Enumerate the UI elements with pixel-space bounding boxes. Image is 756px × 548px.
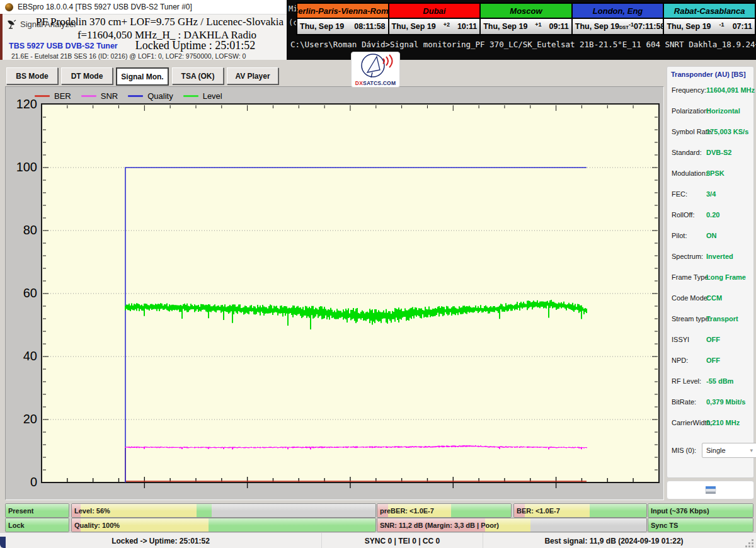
tab-av-player[interactable]: AV Player (227, 67, 278, 84)
transponder-row-label: RF Level: (672, 377, 701, 385)
clock-time-row: Thu, Sep 19+109:11 (481, 19, 571, 34)
transponder-row-rolloff-: RollOff:0.20 (672, 211, 751, 220)
transponder-row-label: Modulation: (672, 169, 707, 177)
bar-label: Sync TS (651, 522, 678, 529)
y-axis-label: 20 (8, 412, 37, 426)
transponder-row-value: Long Frame (706, 273, 746, 281)
bar-label: BER: <1.0E-7 (517, 507, 560, 515)
transponder-panel: Transponder (AU) [BS] Frequency:11604,09… (667, 66, 754, 478)
transponder-row-value: DVB-S2 (706, 149, 731, 156)
clock-city-header: London, Eng (573, 4, 663, 19)
tab-dt-mode[interactable]: DT Mode (61, 67, 113, 84)
clock-offset: DST-1 (619, 22, 634, 31)
transponder-row-carrierwidth-: CarrierWidth:0,210 MHz (672, 419, 751, 428)
y-axis-label: 120 (8, 97, 37, 111)
clock-time-value: 09:11 (549, 22, 568, 31)
clock-date: Thu, Sep 19 (300, 22, 344, 31)
transponder-row-label: Frame Type: (672, 273, 711, 281)
clock-time-row: Thu, Sep 19DST-107:11:58 (573, 19, 663, 34)
mis-dropdown[interactable]: Single ▾ (702, 443, 756, 458)
clock-offset: +2 (444, 22, 450, 31)
tab-bs-mode[interactable]: BS Mode (6, 67, 58, 84)
clock-time-value: 08:11:58 (354, 22, 385, 31)
transponder-row-label: Spectrum: (672, 253, 703, 260)
transponder-row-label: Stream type: (672, 315, 711, 323)
bar-label: preBER: <1.0E-7 (380, 507, 434, 515)
signal-bar-lock: Lock (5, 518, 69, 532)
chart-panel: BERSNRQualityLevel 020406080100120 (5, 86, 664, 500)
transponder-row-label: NPD: (672, 357, 688, 364)
y-axis-label: 60 (8, 286, 37, 300)
bar-segment (530, 518, 646, 532)
transponder-row-issyi: ISSYIOFF (672, 336, 751, 345)
transponder-row-npd-: NPD:OFF (672, 357, 751, 365)
transponder-panel-title: Transponder (AU) [BS] (671, 71, 746, 78)
clock-0: Berlin-Paris-Vienna-RomaThu, Sep 1908:11… (296, 3, 389, 35)
mis-label: MIS (0): (672, 447, 696, 454)
bar-segment (590, 504, 646, 517)
bar-label: Lock (8, 522, 25, 529)
satellite-info-line: 21.6E - Eutelsat 21B SES 16 (ID: 0216) @… (11, 52, 246, 60)
satellite-dish-icon (6, 20, 17, 29)
transponder-row-modulation-: Modulation:8PSK (672, 169, 751, 178)
transponder-row-label: Frequency: (672, 86, 706, 94)
resize-grip[interactable] (752, 539, 753, 541)
dxsatcs-logo: DXSATCS.COM (351, 52, 400, 88)
transponder-row-value: Transport (706, 315, 738, 323)
ebspro-app-icon (5, 3, 13, 11)
clock-time-row: Thu, Sep 19-107:11 (664, 19, 755, 34)
transponder-row-label: Code Mode: (672, 294, 709, 302)
clock-time-row: Thu, Sep 1908:11:58 (297, 19, 388, 34)
transponder-row-label: Standard: (672, 149, 702, 156)
signal-bar-level: Level: 56% (71, 503, 376, 518)
tab-tsa-ok-[interactable]: TSA (OK) (172, 67, 224, 84)
transponder-row-frame-type-: Frame Type:Long Frame (672, 273, 751, 282)
clock-city-header: Dubai (389, 4, 480, 19)
transponder-row-value: 0,379 Mbit/s (706, 398, 745, 406)
transponder-row-label: ISSYI (672, 336, 689, 343)
transponder-row-value: OFF (706, 336, 720, 343)
tab-signal-mon-[interactable]: Signal Mon. (116, 67, 169, 86)
main-window: BS ModeDT ModeSignal Mon.TSA (OK)AV Play… (0, 60, 756, 548)
clock-time-value: 10:11 (457, 22, 477, 31)
transponder-row-label: Pilot: (672, 232, 687, 239)
clock-time-value: 07:11 (733, 22, 752, 31)
y-axis-label: 0 (8, 475, 37, 489)
chevron-down-icon: ▾ (750, 447, 753, 454)
transponder-row-fec-: FEC:3/4 (672, 190, 751, 199)
list-icon (705, 486, 716, 494)
clock-time-row: Thu, Sep 19+210:11 (389, 19, 480, 34)
transponder-row-symbol-rate-: Symbol Rate:175,003 KS/s (672, 128, 751, 137)
bar-label: Level: 56% (74, 507, 110, 515)
bar-segment (197, 504, 212, 517)
signal-bar-snr: SNR: 11,2 dB (Margin: 3,3 dB | Poor) (377, 518, 647, 532)
transponder-row-value: 8PSK (706, 169, 724, 177)
transponder-row-value: 0,210 MHz (706, 419, 740, 426)
transponder-row-bitrate-: BitRate:0,379 Mbit/s (672, 398, 751, 407)
clock-offset: -1 (719, 22, 724, 31)
transport-list-button[interactable] (667, 481, 754, 499)
transponder-row-spectrum-: Spectrum:Inverted (672, 253, 751, 261)
clock-offset: +1 (535, 22, 541, 31)
transponder-row-value: CCM (706, 294, 722, 302)
transponder-row-pilot-: Pilot:ON (672, 232, 751, 241)
clock-date: Thu, Sep 19 (483, 22, 527, 31)
window-corner (0, 537, 6, 548)
signal-bar-quality: Quality: 100% (71, 518, 376, 532)
transponder-row-rf-level-: RF Level:-55 dBm (672, 377, 751, 386)
clock-utc-offset: -1 (629, 21, 634, 28)
transponder-row-value: Horizontal (706, 107, 740, 115)
clock-date: Thu, Sep 19 (575, 22, 619, 31)
transponder-row-standard-: Standard:DVB-S2 (672, 149, 751, 157)
clock-3: London, EngThu, Sep 19DST-107:11:58 (572, 3, 664, 35)
clock-city-header: Moscow (481, 4, 571, 19)
bar-label: Present (8, 507, 33, 515)
transponder-row-value: Inverted (706, 253, 733, 260)
ebspro-titlebar: EBSpro 18.0.0.4 [TBS 5927 USB DVB-S2 Tun… (0, 0, 287, 14)
transponder-row-code-mode-: Code Mode:CCM (672, 294, 751, 303)
signal-bar-sync-ts: Sync TS (648, 518, 753, 532)
satellite-dish-logo-icon (352, 52, 399, 80)
transponder-row-value: 175,003 KS/s (706, 128, 748, 135)
world-clocks: Berlin-Paris-Vienna-RomaThu, Sep 1908:11… (296, 3, 756, 35)
clock-date: Thu, Sep 19 (392, 22, 436, 31)
